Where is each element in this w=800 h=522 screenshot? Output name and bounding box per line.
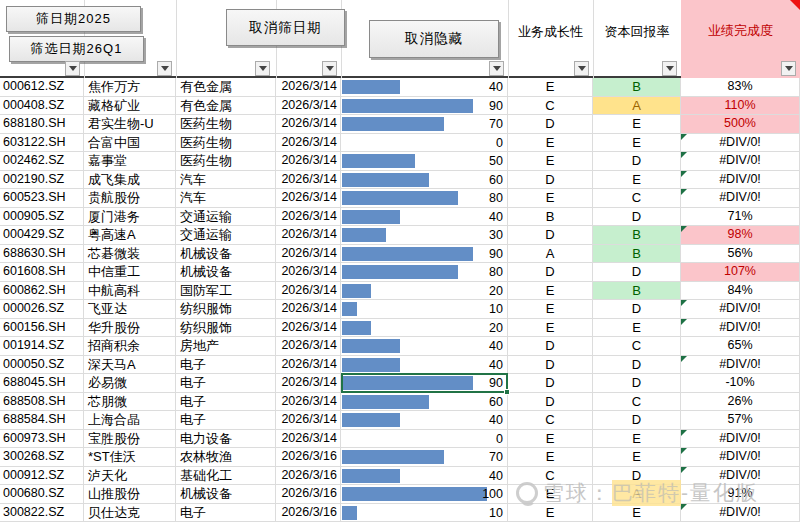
- growth-grade-cell[interactable]: D: [508, 356, 593, 374]
- completion-cell[interactable]: 107%: [681, 263, 800, 281]
- stock-name-cell[interactable]: 君实生物-U: [84, 115, 176, 133]
- growth-grade-cell[interactable]: E: [508, 504, 593, 522]
- stock-name-cell[interactable]: 深天马A: [84, 356, 176, 374]
- roc-grade-cell[interactable]: D: [593, 208, 681, 226]
- stock-name-cell[interactable]: 中信重工: [84, 263, 176, 281]
- industry-cell[interactable]: 房地产: [176, 337, 276, 355]
- industry-cell[interactable]: 汽车: [176, 189, 276, 207]
- cancel-date-filter-button[interactable]: 取消筛日期: [226, 9, 345, 46]
- data-bar-cell[interactable]: 0: [341, 430, 508, 448]
- stock-code-cell[interactable]: 688508.SH: [0, 393, 84, 411]
- roc-grade-cell[interactable]: D: [593, 374, 681, 392]
- industry-cell[interactable]: 电子: [176, 393, 276, 411]
- stock-name-cell[interactable]: 山推股份: [84, 485, 176, 503]
- fill-handle-icon[interactable]: [504, 389, 510, 395]
- roc-grade-cell[interactable]: A: [593, 97, 681, 115]
- stock-name-cell[interactable]: 焦作万方: [84, 78, 176, 96]
- growth-grade-cell[interactable]: C: [508, 467, 593, 485]
- date-cell[interactable]: 2026/3/14: [276, 245, 341, 263]
- growth-grade-cell[interactable]: C: [508, 411, 593, 429]
- date-cell[interactable]: 2026/3/14: [276, 152, 341, 170]
- completion-cell[interactable]: 56%: [681, 245, 800, 263]
- industry-cell[interactable]: 机械设备: [176, 263, 276, 281]
- growth-grade-cell[interactable]: D: [508, 115, 593, 133]
- completion-cell[interactable]: #DIV/0!: [681, 134, 800, 152]
- date-cell[interactable]: 2026/3/14: [276, 171, 341, 189]
- stock-code-cell[interactable]: 001914.SZ: [0, 337, 84, 355]
- date-cell[interactable]: 2026/3/14: [276, 263, 341, 281]
- stock-code-cell[interactable]: 000905.SZ: [0, 208, 84, 226]
- data-bar-cell[interactable]: 20: [341, 319, 508, 337]
- stock-name-cell[interactable]: 芯朋微: [84, 393, 176, 411]
- stock-code-cell[interactable]: 688584.SH: [0, 411, 84, 429]
- date-cell[interactable]: 2026/3/14: [276, 337, 341, 355]
- date-cell[interactable]: 2026/3/16: [276, 504, 341, 522]
- filter-dropdown-completion[interactable]: [781, 61, 796, 76]
- stock-name-cell[interactable]: 贵航股份: [84, 189, 176, 207]
- industry-cell[interactable]: 纺织服饰: [176, 300, 276, 318]
- date-cell[interactable]: 2026/3/14: [276, 226, 341, 244]
- industry-cell[interactable]: 有色金属: [176, 97, 276, 115]
- completion-cell[interactable]: #DIV/0!: [681, 467, 800, 485]
- growth-grade-cell[interactable]: D: [508, 263, 593, 281]
- filter-dropdown-industry[interactable]: [255, 61, 270, 76]
- stock-code-cell[interactable]: 000026.SZ: [0, 300, 84, 318]
- filter-dropdown-code[interactable]: [65, 61, 80, 76]
- stock-name-cell[interactable]: 粤高速A: [84, 226, 176, 244]
- completion-cell[interactable]: 500%: [681, 115, 800, 133]
- date-cell[interactable]: 2026/3/14: [276, 356, 341, 374]
- growth-grade-cell[interactable]: B: [508, 208, 593, 226]
- filter-date-26q1-button[interactable]: 筛选日期26Q1: [9, 36, 144, 62]
- industry-cell[interactable]: 交通运输: [176, 226, 276, 244]
- data-bar-cell[interactable]: 40: [341, 337, 508, 355]
- industry-cell[interactable]: 医药生物: [176, 115, 276, 133]
- growth-grade-cell[interactable]: E: [508, 152, 593, 170]
- roc-grade-cell[interactable]: D: [593, 300, 681, 318]
- stock-name-cell[interactable]: 厦门港务: [84, 208, 176, 226]
- completion-cell[interactable]: 91%: [681, 485, 800, 503]
- stock-code-cell[interactable]: 002462.SZ: [0, 152, 84, 170]
- roc-grade-cell[interactable]: B: [593, 245, 681, 263]
- completion-cell[interactable]: 26%: [681, 393, 800, 411]
- completion-cell[interactable]: 98%: [681, 226, 800, 244]
- roc-grade-cell[interactable]: D: [593, 263, 681, 281]
- industry-cell[interactable]: 电子: [176, 504, 276, 522]
- industry-cell[interactable]: 汽车: [176, 171, 276, 189]
- date-cell[interactable]: 2026/3/14: [276, 430, 341, 448]
- stock-name-cell[interactable]: 招商积余: [84, 337, 176, 355]
- industry-cell[interactable]: 电力设备: [176, 430, 276, 448]
- date-cell[interactable]: 2026/3/14: [276, 411, 341, 429]
- roc-grade-cell[interactable]: C: [593, 337, 681, 355]
- roc-grade-cell[interactable]: B: [593, 282, 681, 300]
- roc-grade-cell[interactable]: C: [593, 393, 681, 411]
- stock-name-cell[interactable]: 中航高科: [84, 282, 176, 300]
- stock-name-cell[interactable]: 上海合晶: [84, 411, 176, 429]
- data-bar-cell[interactable]: 30: [341, 226, 508, 244]
- stock-name-cell[interactable]: *ST佳沃: [84, 448, 176, 466]
- data-bar-cell[interactable]: 70: [341, 448, 508, 466]
- data-bar-cell[interactable]: 70: [341, 115, 508, 133]
- data-bar-cell[interactable]: 80: [341, 263, 508, 281]
- data-bar-cell[interactable]: 90: [341, 374, 508, 392]
- data-bar-cell[interactable]: 20: [341, 282, 508, 300]
- growth-grade-cell[interactable]: E: [508, 189, 593, 207]
- industry-cell[interactable]: 电子: [176, 356, 276, 374]
- industry-cell[interactable]: 医药生物: [176, 152, 276, 170]
- stock-name-cell[interactable]: 贝仕达克: [84, 504, 176, 522]
- stock-name-cell[interactable]: 嘉事堂: [84, 152, 176, 170]
- completion-cell[interactable]: 65%: [681, 337, 800, 355]
- roc-grade-cell[interactable]: B: [593, 78, 681, 96]
- roc-grade-cell[interactable]: D: [593, 411, 681, 429]
- data-bar-cell[interactable]: 40: [341, 356, 508, 374]
- stock-code-cell[interactable]: 600973.SH: [0, 430, 84, 448]
- date-cell[interactable]: 2026/3/14: [276, 319, 341, 337]
- date-cell[interactable]: 2026/3/14: [276, 115, 341, 133]
- stock-name-cell[interactable]: 华升股份: [84, 319, 176, 337]
- roc-grade-cell[interactable]: D: [593, 356, 681, 374]
- data-bar-cell[interactable]: 80: [341, 189, 508, 207]
- stock-code-cell[interactable]: 688180.SH: [0, 115, 84, 133]
- date-cell[interactable]: 2026/3/14: [276, 300, 341, 318]
- completion-cell[interactable]: 83%: [681, 78, 800, 96]
- date-cell[interactable]: 2026/3/14: [276, 393, 341, 411]
- date-cell[interactable]: 2026/3/14: [276, 97, 341, 115]
